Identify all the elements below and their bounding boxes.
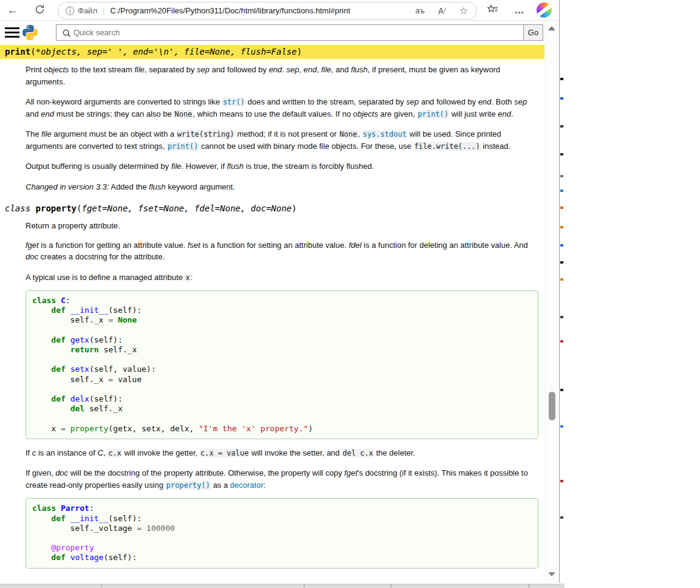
back-button[interactable]: ← — [5, 2, 21, 18]
property-signature: class property(fget=None, fset=None, fde… — [0, 202, 544, 216]
inline-link[interactable]: str() — [222, 98, 245, 106]
print-changed-note: Changed in version 3.3: Added the flush … — [26, 181, 537, 193]
back-icon: ← — [7, 4, 19, 17]
print-paragraph: Output buffering is usually determined b… — [26, 160, 537, 173]
favorites-collections-button[interactable] — [484, 2, 500, 18]
translate-icon[interactable]: аъ — [416, 6, 425, 15]
scroll-thumb[interactable] — [549, 392, 555, 420]
browser-toolbar: ← ⓘ Файл | C:/Program%20Files/Python311/… — [0, 0, 560, 21]
python-logo[interactable] — [22, 25, 38, 40]
search-box: Go — [56, 24, 543, 41]
page-scrollbar[interactable] — [545, 21, 558, 582]
docs-header: Go — [0, 21, 544, 45]
refresh-button[interactable] — [32, 2, 47, 18]
property-paragraph: If given, doc will be the docstring of t… — [26, 467, 537, 491]
screen-edge-artifacts — [560, 0, 564, 583]
print-paragraph: Print objects to the text stream file, s… — [26, 64, 537, 87]
code-block-property-example: class C: def __init__(self): self._x = N… — [26, 290, 538, 439]
address-text: C:/Program%20Files/Python311/Doc/html/li… — [110, 6, 350, 15]
copilot-button[interactable] — [536, 2, 552, 18]
go-button[interactable]: Go — [523, 25, 543, 40]
settings-more-button[interactable]: … — [512, 2, 527, 18]
window-right-edge — [559, 0, 560, 583]
browser-window: ← ⓘ Файл | C:/Program%20Files/Python311/… — [0, 0, 560, 583]
address-divider: | — [103, 6, 105, 15]
refresh-icon — [35, 4, 45, 17]
bottom-window-strip — [0, 584, 564, 588]
property-paragraph: If c is an instance of C, c.x will invok… — [26, 447, 537, 459]
print-paragraph: The file argument must be an object with… — [26, 128, 537, 152]
copilot-icon — [537, 2, 552, 18]
search-icon — [62, 29, 71, 40]
print-signature: print(*objects, sep=' ', end='\n', file=… — [0, 45, 544, 59]
more-icon: … — [515, 5, 525, 16]
address-bar[interactable]: ⓘ Файл | C:/Program%20Files/Python311/Do… — [58, 2, 477, 19]
print-paragraph: All non-keyword arguments are converted … — [26, 96, 537, 120]
inline-link[interactable]: print() — [167, 142, 199, 151]
docs-page: Go print(*objects, sep=' ', end='\n', fi… — [0, 21, 544, 583]
site-permission-label[interactable]: Файл — [78, 6, 97, 15]
info-icon[interactable]: ⓘ — [66, 7, 74, 15]
favorite-star-icon[interactable]: ☆ — [459, 5, 468, 16]
inline-link[interactable]: decorator — [230, 480, 264, 490]
property-paragraph: fget is a function for getting an attrib… — [26, 239, 537, 263]
property-paragraph: Return a property attribute. — [26, 220, 537, 232]
read-aloud-icon[interactable]: A⁾ — [438, 6, 446, 16]
code-block-parrot-example: class Parrot: def __init__(self): self._… — [26, 498, 538, 568]
inline-link[interactable]: sys.stdout — [362, 130, 407, 138]
property-paragraph: A typical use is to define a managed att… — [26, 272, 537, 284]
scroll-down-button[interactable] — [548, 572, 555, 576]
inline-link[interactable]: print() — [417, 110, 450, 118]
star-list-icon — [486, 4, 498, 17]
inline-link[interactable]: property() — [166, 481, 211, 490]
scroll-up-button[interactable] — [548, 26, 555, 30]
search-input[interactable] — [57, 25, 523, 40]
menu-button[interactable] — [5, 27, 19, 38]
